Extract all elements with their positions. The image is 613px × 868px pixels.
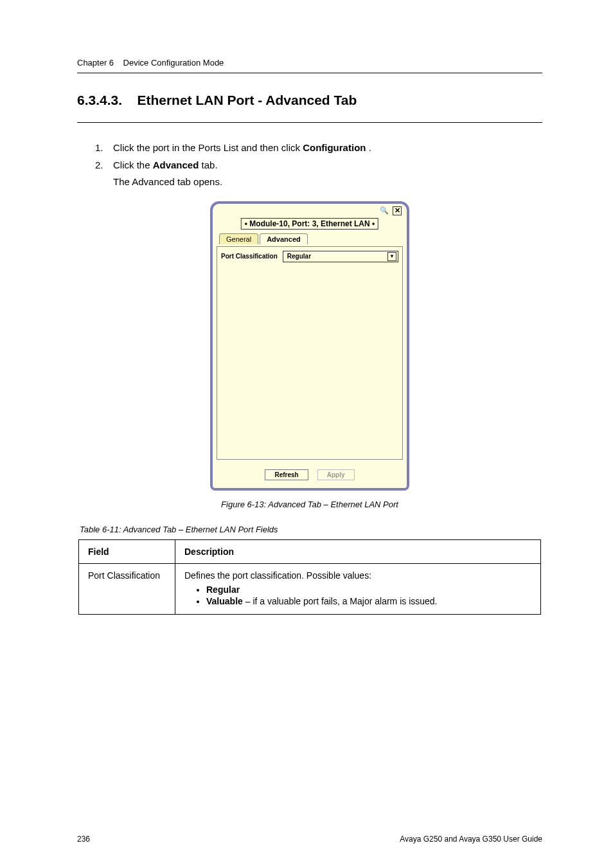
port-classification-select[interactable]: Regular ▼: [283, 251, 398, 262]
step-2-post: tab.: [202, 159, 218, 170]
globe-icon[interactable]: 🔍: [380, 206, 389, 215]
step-2-result: The Advanced tab opens.: [113, 175, 542, 190]
chevron-down-icon: ▼: [387, 252, 396, 261]
port-classification-label: Port Classification: [221, 253, 278, 260]
screenshot-panel: 🔍 ✕ • Module-10, Port: 3, Ethernet LAN •…: [210, 201, 409, 491]
port-classification-value: Regular: [287, 253, 311, 260]
section-title: Ethernet LAN Port - Advanced Tab: [137, 93, 357, 107]
cell-desc-intro: Defines the port classification. Possibl…: [184, 570, 371, 581]
step-2-bold: Advanced: [153, 159, 199, 170]
fields-table: Field Description Port Classification De…: [78, 539, 541, 615]
tab-advanced[interactable]: Advanced: [260, 233, 308, 244]
list-item: Regular: [206, 584, 531, 595]
cell-field: Port Classification: [79, 563, 175, 614]
apply-button[interactable]: Apply: [317, 469, 355, 480]
chapter-number: Chapter 6: [77, 58, 114, 68]
figure-caption: Figure 6-13: Advanced Tab – Ethernet LAN…: [77, 500, 542, 509]
cell-description: Defines the port classification. Possibl…: [175, 563, 541, 614]
step-2: 2. Click the Advanced tab.: [95, 158, 542, 173]
page-number: 236: [77, 835, 90, 844]
screenshot-title: Module-10, Port: 3, Ethernet LAN: [249, 219, 369, 228]
item-term-1: Valuable: [206, 596, 243, 606]
step-2-pre: Click the: [113, 159, 153, 170]
list-item: Valuable – if a valuable port fails, a M…: [206, 596, 531, 606]
th-field: Field: [79, 539, 175, 563]
step-1-pre: Click the port in the Ports List and the…: [113, 142, 303, 153]
screenshot-content: Port Classification Regular ▼: [217, 246, 403, 460]
close-icon[interactable]: ✕: [393, 206, 402, 215]
step-1-number: 1.: [95, 141, 113, 156]
th-description: Description: [175, 539, 541, 563]
footer-doc-title: Avaya G250 and Avaya G350 User Guide: [400, 835, 542, 844]
step-1-bold: Configuration: [303, 142, 366, 153]
step-1-post: .: [369, 142, 371, 153]
header-rule: [77, 73, 542, 73]
chapter-title: Device Configuration Mode: [123, 58, 224, 68]
refresh-button[interactable]: Refresh: [265, 469, 308, 480]
tab-general[interactable]: General: [219, 233, 258, 244]
step-2-number: 2.: [95, 158, 113, 173]
step-1: 1. Click the port in the Ports List and …: [95, 141, 542, 156]
table-row: Port Classification Defines the port cla…: [79, 563, 541, 614]
table-caption: Table 6-11: Advanced Tab – Ethernet LAN …: [77, 525, 542, 534]
item-term-0: Regular: [206, 584, 240, 595]
section-number: 6.3.4.3.: [77, 93, 122, 107]
item-after-1: – if a valuable port fails, a Major alar…: [243, 596, 438, 606]
section-rule: [77, 122, 542, 123]
